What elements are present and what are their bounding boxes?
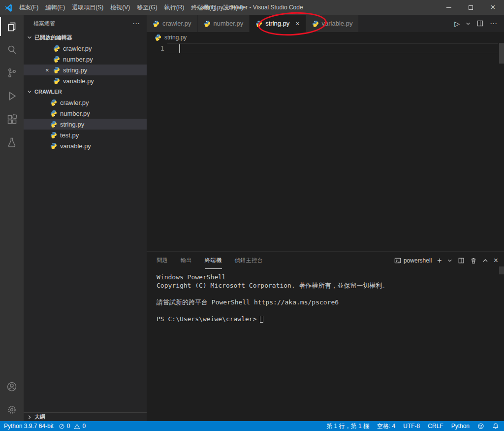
activity-extensions-button[interactable] bbox=[0, 107, 24, 131]
explorer-sidebar: 檔案總管 ⋯ 已開啟的編輯器 crawler.py number.py × s bbox=[24, 15, 147, 421]
activity-source-control-button[interactable] bbox=[0, 61, 24, 84]
menu-item-go[interactable]: 移至(G) bbox=[133, 0, 160, 15]
split-terminal-icon[interactable] bbox=[458, 257, 465, 264]
current-line-highlight bbox=[167, 43, 498, 53]
activity-run-debug-button[interactable] bbox=[0, 84, 24, 107]
panel-tab-debug-console[interactable]: 偵錯主控台 bbox=[235, 252, 263, 269]
settings-button[interactable] bbox=[0, 398, 24, 421]
file-name: string.py bbox=[60, 121, 84, 128]
menu-item-selection[interactable]: 選取項目(S) bbox=[68, 0, 107, 15]
close-tab-icon[interactable]: × bbox=[295, 20, 299, 28]
open-editor-item-number-py[interactable]: number.py bbox=[24, 54, 147, 65]
panel-tab-terminal[interactable]: 終端機 bbox=[205, 252, 222, 269]
language-mode-status[interactable]: Python bbox=[451, 423, 470, 430]
file-tree-item-number-py[interactable]: number.py bbox=[24, 108, 147, 119]
panel-tabs: 問題 輸出 終端機 偵錯主控台 bbox=[157, 252, 263, 269]
file-tree-item-variable-py[interactable]: variable.py bbox=[24, 140, 147, 151]
file-name: crawler.py bbox=[60, 99, 89, 106]
file-name: string.py bbox=[63, 66, 87, 74]
activity-search-button[interactable] bbox=[0, 38, 24, 61]
panel-tab-problems[interactable]: 問題 bbox=[157, 252, 168, 269]
line-number: 1 bbox=[147, 44, 164, 53]
file-tree-item-crawler-py[interactable]: crawler.py bbox=[24, 97, 147, 108]
cursor-position-status[interactable]: 第 1 行，第 1 欄 bbox=[326, 422, 369, 431]
menu-item-view[interactable]: 檢視(V) bbox=[107, 0, 133, 15]
file-tree-item-test-py[interactable]: test.py bbox=[24, 130, 147, 140]
chevron-down-icon bbox=[26, 88, 33, 96]
error-count: 0 bbox=[67, 423, 70, 430]
close-panel-icon[interactable]: × bbox=[494, 256, 498, 265]
feedback-smiley-icon bbox=[477, 423, 484, 430]
file-name: variable.py bbox=[60, 142, 91, 150]
open-editor-item-variable-py[interactable]: variable.py bbox=[24, 75, 147, 86]
activity-testing-button[interactable] bbox=[0, 131, 24, 154]
menu-item-file[interactable]: 檔案(F) bbox=[16, 0, 42, 15]
gear-icon bbox=[6, 404, 18, 416]
menu-item-run[interactable]: 執行(R) bbox=[161, 0, 188, 15]
python-interpreter-status[interactable]: Python 3.9.7 64-bit bbox=[4, 423, 54, 430]
terminal-prompt: PS C:\Users\weiwe\crawler> bbox=[157, 315, 257, 323]
run-dropdown-chevron-icon[interactable] bbox=[466, 21, 471, 26]
editor-tab-bar: crawler.py number.py string.py × variabl… bbox=[147, 15, 504, 32]
python-file-icon bbox=[155, 34, 161, 41]
file-name: crawler.py bbox=[63, 45, 92, 52]
indentation-status[interactable]: 空格: 4 bbox=[377, 422, 395, 431]
explorer-icon bbox=[6, 21, 18, 33]
breadcrumb-file[interactable]: string.py bbox=[164, 34, 187, 41]
kill-terminal-trash-icon[interactable] bbox=[470, 257, 477, 264]
new-terminal-button[interactable]: + bbox=[437, 256, 441, 265]
breadcrumb[interactable]: string.py bbox=[147, 32, 504, 43]
tab-string-py[interactable]: string.py × bbox=[250, 15, 306, 32]
tab-label: crawler.py bbox=[162, 20, 191, 27]
close-editor-icon[interactable]: × bbox=[45, 65, 49, 75]
panel-tab-output[interactable]: 輸出 bbox=[181, 252, 192, 269]
close-window-button[interactable]: × bbox=[482, 0, 504, 15]
terminal-output[interactable]: Windows PowerShell Copyright (C) Microso… bbox=[147, 269, 504, 421]
tab-label: number.py bbox=[214, 20, 244, 27]
open-editor-item-string-py[interactable]: × string.py bbox=[24, 65, 147, 75]
sidebar-title: 檔案總管 bbox=[33, 20, 55, 27]
open-editors-section-header[interactable]: 已開啟的編輯器 bbox=[24, 32, 147, 43]
encoding-status[interactable]: UTF-8 bbox=[403, 423, 420, 430]
tab-variable-py[interactable]: variable.py bbox=[306, 15, 359, 32]
shell-selector[interactable]: powershell bbox=[394, 257, 432, 264]
eol-status[interactable]: CRLF bbox=[428, 423, 443, 430]
tab-crawler-py[interactable]: crawler.py bbox=[147, 15, 198, 32]
editor-scrollbar[interactable] bbox=[499, 43, 504, 64]
python-file-icon bbox=[53, 66, 60, 73]
outline-section-header[interactable]: 大綱 bbox=[24, 412, 147, 421]
open-editors-label: 已開啟的編輯器 bbox=[34, 34, 72, 41]
terminal-line: Copyright (C) Microsoft Corporation. 著作權… bbox=[157, 281, 504, 290]
minimize-button[interactable] bbox=[438, 0, 460, 15]
feedback-button[interactable] bbox=[477, 423, 484, 430]
terminal-dropdown-chevron-icon[interactable] bbox=[447, 258, 452, 263]
python-file-icon bbox=[312, 20, 319, 27]
editor-content[interactable]: 1 bbox=[147, 43, 504, 251]
menu-item-edit[interactable]: 編輯(E) bbox=[42, 0, 68, 15]
run-file-button[interactable]: ▷ bbox=[454, 20, 460, 28]
split-editor-icon[interactable] bbox=[476, 20, 484, 27]
python-file-icon bbox=[204, 20, 211, 27]
notifications-button[interactable] bbox=[492, 423, 499, 430]
python-file-icon bbox=[50, 110, 57, 117]
file-tree-item-string-py[interactable]: string.py bbox=[24, 119, 147, 130]
vscode-logo-icon bbox=[4, 3, 13, 12]
activity-explorer-button[interactable] bbox=[0, 15, 24, 38]
more-actions-icon[interactable]: ⋯ bbox=[490, 19, 497, 28]
editor-actions: ▷ ⋯ bbox=[454, 15, 504, 32]
workspace-section-header[interactable]: CRAWLER bbox=[24, 86, 147, 97]
problems-status[interactable]: 0 0 bbox=[59, 423, 86, 430]
file-name: test.py bbox=[60, 132, 79, 139]
tab-number-py[interactable]: number.py bbox=[198, 15, 250, 32]
vscode-window: 檔案(F) 編輯(E) 選取項目(S) 檢視(V) 移至(G) 執行(R) 終端… bbox=[0, 0, 504, 431]
panel-scrollbar[interactable] bbox=[499, 266, 504, 274]
main-area: 檔案總管 ⋯ 已開啟的編輯器 crawler.py number.py × s bbox=[0, 15, 504, 421]
error-icon bbox=[59, 423, 65, 430]
account-button[interactable] bbox=[0, 375, 24, 398]
activity-bar bbox=[0, 15, 24, 421]
maximize-panel-chevron-icon[interactable] bbox=[482, 258, 488, 264]
open-editor-item-crawler-py[interactable]: crawler.py bbox=[24, 43, 147, 54]
terminal-line: 請嘗試新的跨平台 PowerShell https://aka.ms/pscor… bbox=[157, 298, 504, 306]
explorer-more-actions-icon[interactable]: ⋯ bbox=[132, 19, 140, 28]
maximize-button[interactable] bbox=[460, 0, 482, 15]
